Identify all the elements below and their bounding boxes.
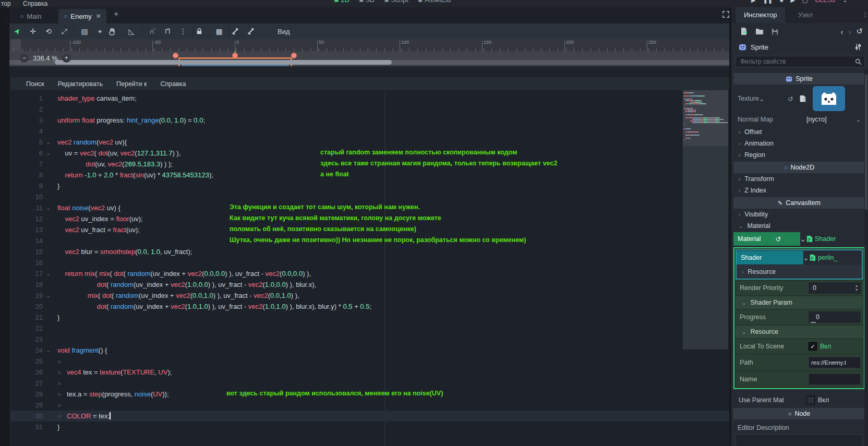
play-custom-scene-button-icon[interactable]: ▢ — [802, 0, 807, 4]
selection-handle-left[interactable] — [173, 53, 178, 58]
scale-tool-icon[interactable]: ⤢ — [56, 27, 72, 36]
group-z-index[interactable]: ›Z Index — [733, 185, 865, 196]
zoom-in-button[interactable]: + — [62, 54, 71, 63]
zoom-level[interactable]: 336.4 % — [33, 54, 58, 62]
workspace-assetlib[interactable]: ▣AssetLib — [418, 0, 451, 4]
scene-tab-enemy[interactable]: ○Enemy✕ — [58, 9, 106, 23]
path-input[interactable] — [809, 357, 861, 368]
shader-value[interactable]: perlin_ — [810, 254, 838, 261]
fold-arrow-icon[interactable]: ⌄ — [46, 345, 51, 356]
move-tool-icon[interactable]: ✛ — [25, 27, 41, 35]
ruler-label: 100 — [401, 40, 409, 45]
property-filter-input[interactable] — [736, 56, 865, 67]
filter-row — [731, 54, 868, 69]
spinner-icon[interactable]: ▴▾ — [855, 284, 858, 292]
skeleton-icon[interactable] — [232, 28, 247, 35]
group-transform[interactable]: ›Transform — [733, 173, 865, 185]
name-input[interactable] — [809, 373, 861, 385]
list-select-tool-icon[interactable]: ▤ — [77, 27, 92, 35]
slider-grabber[interactable] — [811, 322, 816, 323]
smart-snap-icon[interactable]: ∩̈ — [144, 27, 160, 35]
pivot-tool-icon[interactable]: ⌖ — [92, 27, 108, 36]
local-to-scene-checkbox[interactable]: ✓ — [809, 342, 817, 351]
renderer-select[interactable]: GLES3 — [815, 0, 835, 4]
zoom-out-button[interactable]: − — [20, 54, 29, 63]
load-resource-icon[interactable] — [755, 28, 764, 35]
selection-handle-mid[interactable] — [232, 53, 238, 58]
render-priority-field[interactable]: 0 ▴▾ — [809, 282, 861, 294]
canvas-viewport[interactable]: − 336.4 % + — [9, 51, 731, 66]
use-parent-mat-checkbox[interactable] — [806, 396, 815, 404]
fold-arrow-icon[interactable]: ⌄ — [46, 137, 51, 148]
play-scene-button-icon[interactable]: ▶ — [791, 0, 795, 4]
normal-map-value[interactable]: [пусто] — [806, 116, 827, 123]
ruler-tool-icon[interactable]: ◺ — [124, 27, 139, 35]
play-button-icon[interactable]: ▶ — [751, 0, 755, 4]
inspector-scrollbar[interactable] — [864, 69, 868, 446]
chevron-down-icon[interactable]: ⌄ — [759, 95, 764, 103]
stop-button-icon[interactable]: ■ — [780, 0, 783, 3]
renderer-caret-icon[interactable]: ⌄ — [842, 0, 847, 4]
object-history-icon[interactable]: ↺ — [856, 27, 863, 36]
revert-icon[interactable]: ↺ — [775, 235, 781, 243]
pan-tool-icon[interactable] — [108, 28, 124, 35]
new-resource-icon[interactable] — [740, 27, 748, 35]
shader-menu-справка[interactable]: Справка — [160, 80, 186, 88]
distraction-free-icon[interactable] — [722, 10, 730, 18]
group-offset[interactable]: ›Offset — [733, 126, 865, 138]
texture-thumbnail[interactable] — [813, 86, 845, 111]
group-shader-param[interactable]: ⌄Shader Param — [736, 296, 863, 309]
view-menu[interactable]: Вид — [278, 28, 290, 35]
fold-arrow-icon[interactable]: ⌄ — [46, 268, 51, 279]
pause-button-icon[interactable]: ❚❚ — [763, 0, 772, 4]
dock-grip-icon[interactable]: ⋮ — [3, 14, 9, 21]
group-shader-resource[interactable]: ›Resource — [737, 265, 862, 279]
progress-field[interactable]: 0 — [809, 311, 861, 323]
history-back-icon[interactable]: ‹ — [840, 27, 843, 36]
lock-object-icon[interactable] — [196, 28, 211, 35]
group-resource-sub[interactable]: ⌄Resource — [736, 326, 863, 338]
close-icon[interactable]: ✕ — [96, 13, 101, 20]
material-value[interactable]: Shader — [806, 235, 836, 243]
shader-menu-перейти-к[interactable]: Перейти к — [116, 80, 147, 88]
shader-menu-редактировать[interactable]: Редактировать — [58, 80, 103, 88]
fold-arrow-icon[interactable]: ⌄ — [46, 290, 51, 301]
code-minimap[interactable] — [683, 90, 728, 349]
history-forward-icon[interactable]: › — [848, 27, 851, 36]
skeleton-options-icon[interactable] — [247, 28, 263, 35]
code-text: mix( dot( random(uv_index + vec2(0.0,1.0… — [57, 290, 299, 301]
edit-texture-icon[interactable] — [799, 95, 806, 102]
editor-description-input[interactable] — [736, 434, 863, 446]
dock-options-icon[interactable]: ⋮ — [862, 10, 868, 18]
group-animation[interactable]: ›Animation — [733, 138, 865, 149]
menu-help[interactable]: Справка — [23, 0, 47, 7]
group-material[interactable]: ⌄Material — [733, 220, 865, 232]
group-region[interactable]: ›Region — [733, 149, 865, 161]
chevron-down-icon[interactable]: ⌄ — [803, 254, 809, 262]
save-resource-icon[interactable] — [771, 28, 779, 35]
fold-arrow-icon[interactable]: ⌄ — [46, 148, 51, 159]
grid-snap-icon[interactable]: ⊓̈ — [160, 27, 175, 35]
workspace-2d[interactable]: ▣2D — [334, 0, 349, 4]
chevron-down-icon[interactable]: ⌄ — [800, 235, 805, 243]
select-tool-icon[interactable]: ➤ — [9, 22, 26, 41]
workspace-3d[interactable]: ▣3D — [359, 0, 375, 4]
new-scene-tab-button[interactable]: + — [114, 9, 118, 19]
tab-inspector[interactable]: Инспектор — [736, 7, 785, 23]
shader-menu-поиск[interactable]: Поиск — [26, 80, 44, 88]
menu-editor-partial[interactable]: тор — [1, 0, 11, 7]
canvas-hscroll-thumb[interactable] — [55, 60, 392, 65]
chevron-down-icon[interactable]: ⌄ — [856, 116, 861, 123]
group-object-icon[interactable]: ▦ — [211, 27, 227, 35]
scene-tab-main[interactable]: ○Main — [15, 9, 46, 23]
rotate-tool-icon[interactable]: ⟲ — [41, 27, 56, 35]
group-visibility[interactable]: ›Visibility — [733, 209, 865, 220]
revert-icon[interactable]: ↺ — [788, 95, 793, 103]
fold-arrow-icon[interactable]: ⌄ — [46, 202, 51, 213]
shader-code-editor[interactable]: 1shader_type canvas_item;23uniform float… — [10, 90, 729, 446]
snap-options-icon[interactable]: ⋮ — [175, 27, 191, 35]
selection-handle-right[interactable] — [291, 53, 297, 58]
object-tools-icon[interactable] — [854, 43, 862, 51]
workspace-script[interactable]: ▣Script — [384, 0, 408, 4]
tab-node[interactable]: Узел — [790, 7, 821, 23]
